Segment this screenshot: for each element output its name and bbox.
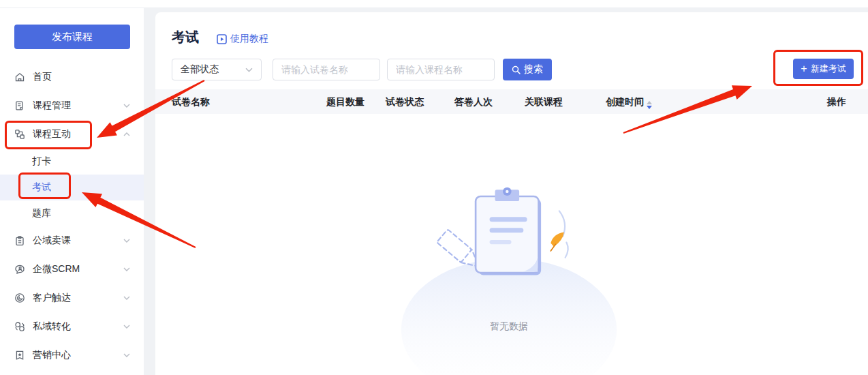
video-tutorial-icon <box>217 34 227 44</box>
sidebar-item-customer-reach[interactable]: 客户触达 <box>0 284 144 312</box>
course-name-input[interactable] <box>387 59 495 80</box>
chevron-down-icon <box>123 104 130 108</box>
sidebar-item-public-sell[interactable]: 公域卖课 <box>0 226 144 255</box>
publish-course-button[interactable]: 发布课程 <box>14 25 130 49</box>
sidebar-item-label: 营销中心 <box>33 349 71 361</box>
sidebar-item-label: 课程互动 <box>33 128 71 140</box>
sidebar-item-label: 打卡 <box>32 155 51 168</box>
sort-asc-icon <box>647 101 652 104</box>
status-select[interactable]: 全部状态 <box>172 59 262 80</box>
new-exam-button[interactable]: + 新建考试 <box>793 59 854 79</box>
column-header-respondents: 答卷人次 <box>454 89 493 114</box>
plus-icon: + <box>801 63 807 74</box>
course-interact-icon <box>14 129 25 140</box>
sidebar-item-label: 企微SCRM <box>33 263 80 275</box>
chevron-down-icon <box>245 68 253 72</box>
exam-page-panel: 考试 使用教程 全部状态 搜索 + 新建考试 试卷名称 题目数量 试卷状态 答卷… <box>155 12 868 375</box>
top-bar-edge <box>0 0 868 8</box>
search-button[interactable]: 搜索 <box>503 59 552 80</box>
sidebar-item-label: 客户触达 <box>33 292 71 304</box>
column-header-question-count: 题目数量 <box>326 89 365 114</box>
sidebar-item-checkin[interactable]: 打卡 <box>0 149 144 175</box>
tutorial-link[interactable]: 使用教程 <box>217 33 268 45</box>
sidebar-item-label: 公域卖课 <box>33 235 71 247</box>
empty-state-text: 暂无数据 <box>407 320 611 333</box>
chevron-down-icon <box>123 239 130 243</box>
feather-graphic <box>551 232 564 251</box>
sidebar-item-label: 课程管理 <box>33 100 71 112</box>
course-manage-icon <box>14 100 25 112</box>
column-header-paper-name: 试卷名称 <box>172 89 210 114</box>
column-header-created-time: 创建时间 <box>606 89 652 114</box>
column-header-paper-status: 试卷状态 <box>386 89 424 114</box>
sidebar-item-wecom-scrm[interactable]: 企微SCRM <box>0 255 144 284</box>
sidebar-item-question-bank[interactable]: 题库 <box>0 200 144 226</box>
private-convert-icon <box>14 321 25 333</box>
sidebar-item-marketing-center[interactable]: 营销中心 <box>0 341 144 370</box>
sidebar-item-label: 考试 <box>32 181 51 194</box>
sidebar-item-course-interact[interactable]: 课程互动 <box>0 120 144 149</box>
chevron-up-icon <box>123 132 130 136</box>
chevron-down-icon <box>123 267 130 271</box>
tutorial-link-label: 使用教程 <box>230 33 268 45</box>
sidebar-item-private-convert[interactable]: 私域转化 <box>0 312 144 341</box>
table-header-row: 试卷名称 题目数量 试卷状态 答卷人次 关联课程 创建时间 操作 <box>155 89 868 114</box>
new-exam-button-label: 新建考试 <box>811 63 846 75</box>
sidebar-item-label: 题库 <box>32 207 51 220</box>
sort-toggle[interactable] <box>647 101 652 109</box>
home-icon <box>14 72 25 83</box>
column-header-linked-course: 关联课程 <box>525 89 563 114</box>
public-sell-icon <box>14 235 25 247</box>
chevron-down-icon <box>123 353 130 357</box>
page-title: 考试 <box>172 28 199 46</box>
paper-name-input[interactable] <box>273 59 380 80</box>
wecom-scrm-icon <box>14 264 25 275</box>
marketing-center-icon <box>14 350 25 361</box>
empty-state-illustration <box>407 185 611 322</box>
sidebar-item-home[interactable]: 首页 <box>0 63 144 91</box>
column-header-actions: 操作 <box>827 89 846 114</box>
sort-desc-icon <box>647 106 652 109</box>
status-select-value: 全部状态 <box>181 63 219 76</box>
sidebar-item-label: 首页 <box>33 71 52 83</box>
sidebar: 发布课程 首页 课程管理 课程互动 打卡 考试 <box>0 0 144 375</box>
chevron-down-icon <box>123 325 130 329</box>
sidebar-item-exam[interactable]: 考试 <box>0 175 144 200</box>
sidebar-item-course-manage[interactable]: 课程管理 <box>0 91 144 120</box>
search-icon <box>512 65 521 74</box>
customer-reach-icon <box>14 292 25 304</box>
chevron-down-icon <box>123 296 130 300</box>
sidebar-menu: 首页 课程管理 课程互动 打卡 考试 题库 <box>0 63 144 370</box>
search-button-label: 搜索 <box>524 63 543 76</box>
sidebar-item-label: 私域转化 <box>33 320 71 333</box>
clipboard-graphic <box>476 188 541 275</box>
